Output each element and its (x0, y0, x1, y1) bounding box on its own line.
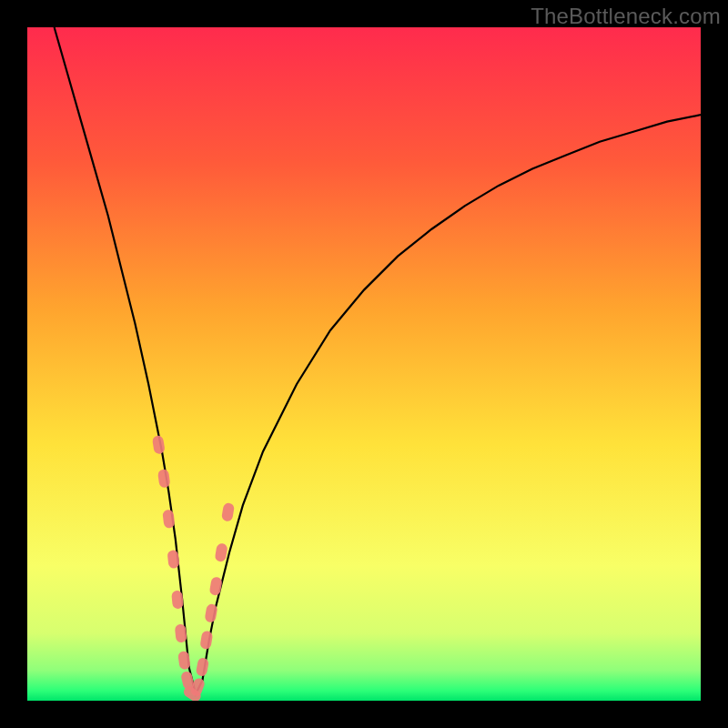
plot-area (27, 27, 701, 701)
watermark-text: TheBottleneck.com (531, 4, 721, 29)
gradient-background (27, 27, 701, 701)
outer-frame: TheBottleneck.com (0, 0, 728, 728)
chart-svg (27, 27, 701, 701)
